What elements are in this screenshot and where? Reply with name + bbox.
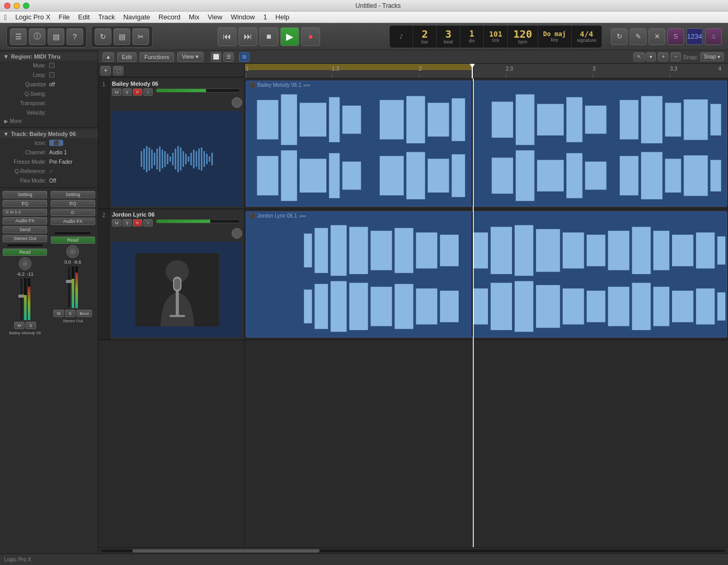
scrollbar-thumb[interactable]	[132, 549, 320, 552]
solo-btn-t1[interactable]: S	[122, 88, 132, 96]
bottom-bar: Logic Pro X	[0, 553, 728, 565]
input-btn-t1[interactable]: I	[143, 88, 153, 96]
pointer-button[interactable]: ↖	[633, 52, 645, 61]
mute-btn-t2[interactable]: M	[112, 219, 121, 227]
view-button[interactable]: View ▾	[177, 52, 204, 62]
stop-button[interactable]: ■	[259, 27, 278, 46]
menu-navigate[interactable]: Navigate	[123, 13, 150, 21]
menu-logic-pro-x[interactable]: Logic Pro X	[15, 13, 50, 21]
input-button-1[interactable]: ⊙ In 1-2	[3, 209, 47, 216]
svg-rect-44	[452, 98, 465, 141]
browser-button[interactable]: ▤	[48, 28, 64, 45]
plus-tool[interactable]: +	[658, 52, 668, 61]
waveform-area[interactable]: ⬛ Bailey Melody 06.1 ∞∞	[245, 78, 728, 547]
pointer-dropdown[interactable]: ▾	[646, 52, 656, 61]
input-button-2[interactable]: ⊙	[51, 209, 95, 216]
info-button[interactable]: ⓘ	[29, 28, 46, 45]
audiofx-button-2[interactable]: Audio FX	[51, 218, 95, 225]
read-button-1[interactable]: Read	[3, 248, 47, 256]
loop-checkbox[interactable]	[49, 72, 54, 77]
menu-mix[interactable]: Mix	[189, 13, 199, 21]
menu-help[interactable]: Help	[276, 13, 290, 21]
expand-tracks-button[interactable]: ⬜	[211, 52, 221, 62]
scissors-button[interactable]: ✂	[132, 28, 149, 45]
functions-button[interactable]: Functions	[140, 52, 174, 62]
input-btn-t2[interactable]: I	[143, 219, 153, 227]
edit-button[interactable]: Edit	[117, 52, 136, 62]
add-folder-button[interactable]: ⬚	[113, 66, 123, 75]
mute-button-1[interactable]: M	[14, 322, 25, 329]
eq-button-2[interactable]: EQ	[51, 200, 95, 207]
pan-knob-1[interactable]	[19, 257, 31, 270]
vocal-thumbnail-2	[135, 253, 219, 326]
mute-checkbox[interactable]	[49, 63, 54, 68]
region-1a[interactable]: ⬛ Bailey Melody 06.1 ∞∞	[246, 81, 727, 207]
ruler-line-1	[246, 73, 246, 78]
record-button[interactable]: ●	[301, 27, 320, 46]
setting-button-2[interactable]: Setting	[51, 191, 95, 198]
pencil-button[interactable]: ✎	[630, 28, 646, 45]
volume-fader-1[interactable]	[20, 278, 23, 320]
menu-edit[interactable]: Edit	[78, 13, 89, 21]
send-button-1[interactable]: Send	[3, 226, 47, 233]
track-pan-knob-2[interactable]	[232, 228, 242, 239]
svg-rect-5	[151, 150, 153, 168]
solo-button-2[interactable]: S	[65, 310, 75, 317]
minus-tool[interactable]: −	[670, 52, 681, 61]
record-btn-t2[interactable]: R	[133, 219, 142, 227]
read-button-2[interactable]: Read	[51, 236, 95, 244]
setting-button-1[interactable]: Setting	[3, 191, 47, 198]
horizontal-scrollbar[interactable]	[98, 547, 728, 553]
menu-track[interactable]: Track	[98, 13, 115, 21]
forward-button[interactable]: ⏭	[238, 27, 257, 46]
key-display[interactable]: Do maj key	[538, 26, 572, 48]
minimize-button[interactable]	[14, 3, 20, 9]
mute-button-2[interactable]: M	[53, 310, 64, 317]
svg-rect-47	[537, 104, 564, 135]
volume-fader-2[interactable]	[67, 266, 71, 308]
svg-rect-39	[329, 97, 339, 142]
list-view-button[interactable]: ☰	[223, 52, 234, 62]
snap-dropdown[interactable]: Snap ▾	[700, 52, 724, 61]
apple-menu[interactable]: 	[4, 13, 7, 21]
region-2a[interactable]: ⬛ Jordon Lyric 06.1 ∞∞	[246, 211, 727, 337]
pan-knob-2[interactable]	[66, 245, 79, 258]
vol-slider-t1[interactable]	[156, 88, 240, 93]
count-button[interactable]: 1234	[686, 28, 703, 45]
rewind-button[interactable]: ⏮	[218, 27, 236, 46]
add-track-button[interactable]: +	[100, 66, 111, 75]
filter-button[interactable]: ⊞	[239, 52, 249, 62]
audiofx-button-1[interactable]: Audio FX	[3, 217, 47, 224]
more-button[interactable]: ▶ More	[0, 117, 98, 125]
undo-button[interactable]: ↻	[95, 28, 111, 45]
maximize-button[interactable]	[23, 3, 29, 9]
bpm-display[interactable]: 120 bpm	[508, 26, 538, 48]
solo-button-1[interactable]: S	[26, 322, 36, 329]
s-button[interactable]: S	[667, 28, 684, 45]
cycle-button[interactable]: ↻	[611, 28, 628, 45]
mute-btn-t1[interactable]: M	[112, 88, 121, 96]
close-button-r[interactable]: ✕	[649, 28, 665, 45]
library-button[interactable]: ☰	[10, 28, 27, 45]
track-pan-knob-1[interactable]	[232, 97, 242, 108]
help-button[interactable]: ?	[66, 28, 83, 45]
scrollbar-track[interactable]	[100, 549, 726, 553]
record-btn-t1[interactable]: R	[133, 88, 142, 96]
metronome-button[interactable]: ♫	[705, 28, 722, 45]
menu-window[interactable]: Window	[231, 13, 255, 21]
menu-view[interactable]: View	[208, 13, 222, 21]
solo-btn-t2[interactable]: S	[122, 219, 132, 227]
signature-display[interactable]: 4/4 signature	[572, 26, 602, 48]
menu-file[interactable]: File	[59, 13, 70, 21]
play-button[interactable]: ▶	[280, 27, 299, 46]
svg-rect-16	[180, 148, 181, 171]
mixer-button[interactable]: ▤	[113, 28, 130, 45]
eq-button-1[interactable]: EQ	[3, 200, 47, 207]
menu-record[interactable]: Record	[158, 13, 180, 21]
bounce-button[interactable]: Bnce	[76, 310, 92, 317]
vol-slider-t2[interactable]	[156, 219, 240, 223]
collapse-button[interactable]: ▲	[103, 52, 114, 62]
close-button[interactable]	[4, 3, 10, 9]
menu-1[interactable]: 1	[263, 13, 267, 21]
output-button-1[interactable]: Stereo Out	[3, 235, 47, 242]
